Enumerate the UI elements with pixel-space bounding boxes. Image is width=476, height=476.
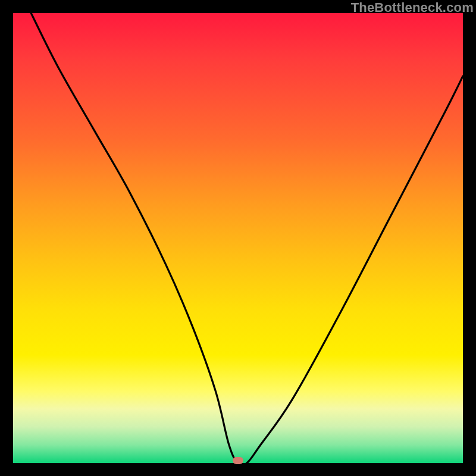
chart-frame: TheBottleneck.com (0, 0, 476, 476)
bottleneck-curve (13, 13, 463, 463)
plot-area (13, 13, 463, 463)
optimal-marker (233, 457, 243, 464)
curve-path (31, 13, 463, 463)
watermark-text: TheBottleneck.com (351, 0, 474, 15)
